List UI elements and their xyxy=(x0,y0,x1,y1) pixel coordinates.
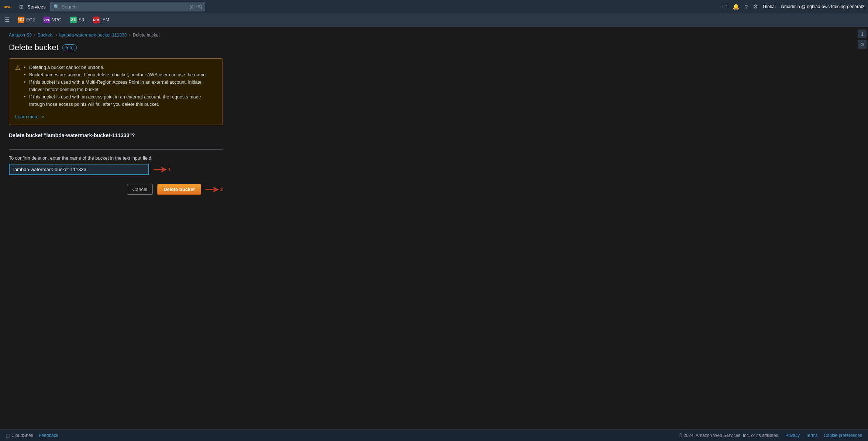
feedback-link[interactable]: Feedback xyxy=(39,433,58,438)
search-bar[interactable]: 🔍 [Alt+S] xyxy=(50,2,205,11)
cloudshell-nav-icon[interactable]: ⬚ xyxy=(722,3,727,10)
annotation-2-label: 2 xyxy=(220,187,223,192)
info-badge[interactable]: Info xyxy=(62,44,77,51)
main-content: Amazon S3 › Buckets › lambda-watermark-b… xyxy=(0,27,868,429)
annotation-2: 2 xyxy=(206,186,223,193)
breadcrumb-sep-1: › xyxy=(34,32,35,38)
ec2-badge: EC2 xyxy=(18,17,24,23)
vpc-label: VPC xyxy=(52,17,61,22)
input-section: To confirm deletion, enter the name of t… xyxy=(9,156,223,175)
actions-row: Cancel Delete bucket 2 xyxy=(9,184,223,195)
service-tab-iam[interactable]: IAM IAM xyxy=(89,15,113,25)
nav-right: ⬚ 🔔 ? ⚙ Global iamadmin @ nghiaa-aws-tra… xyxy=(722,3,864,10)
delete-confirm-section: Delete bucket "lambda-watermark-bucket-1… xyxy=(9,132,223,150)
service-tabs-bar: ☰ EC2 EC2 VPC VPC S3 S3 IAM IAM xyxy=(0,13,868,27)
s3-label: S3 xyxy=(79,17,84,22)
external-link-icon: ↗ xyxy=(41,115,44,119)
cloudshell-button[interactable]: ⬚ CloudShell xyxy=(6,433,33,438)
warning-header: ⚠ Deleting a bucket cannot be undone. Bu… xyxy=(15,64,217,111)
settings-panel-icon[interactable]: ⊙ xyxy=(858,40,867,49)
warning-item-2: Bucket names are unique. If you delete a… xyxy=(24,71,217,79)
page-title: Delete bucket xyxy=(9,43,59,52)
svg-rect-4 xyxy=(206,189,214,190)
footer-right: © 2024, Amazon Web Services, Inc. or its… xyxy=(679,433,862,438)
annotation-1-label: 1 xyxy=(168,167,171,172)
cancel-button[interactable]: Cancel xyxy=(127,184,153,195)
ec2-label: EC2 xyxy=(26,17,35,22)
breadcrumb-sep-3: › xyxy=(129,32,131,38)
annotation-arrow-2-svg xyxy=(206,186,219,193)
learn-more-link[interactable]: Learn more ↗ xyxy=(15,114,44,119)
svg-marker-1 xyxy=(161,167,167,173)
footer-cookie-link[interactable]: Cookie preferences xyxy=(824,433,862,438)
search-input[interactable] xyxy=(62,4,190,10)
svg-rect-2 xyxy=(154,169,162,170)
help-icon[interactable]: ? xyxy=(745,4,748,10)
warning-triangle-icon: ⚠ xyxy=(15,64,20,71)
breadcrumb-bucket-name[interactable]: lambda-watermark-bucket-111333 xyxy=(59,32,127,38)
delete-question: Delete bucket "lambda-watermark-bucket-1… xyxy=(9,132,223,138)
iam-badge: IAM xyxy=(93,17,100,23)
hamburger-menu[interactable]: ☰ xyxy=(4,16,10,23)
aws-logo[interactable]: aws xyxy=(4,3,14,10)
settings-icon[interactable]: ⚙ xyxy=(753,3,758,10)
annotation-1: 1 xyxy=(154,166,171,173)
warning-list: Deleting a bucket cannot be undone. Buck… xyxy=(24,64,217,108)
footer-terms-link[interactable]: Terms xyxy=(806,433,818,438)
iam-label: IAM xyxy=(101,17,109,22)
cloudshell-icon: ⬚ xyxy=(6,433,10,438)
right-sidebar: ℹ ⊙ xyxy=(856,27,868,52)
bell-icon[interactable]: 🔔 xyxy=(733,3,740,10)
search-shortcut: [Alt+S] xyxy=(190,4,202,9)
service-tab-vpc[interactable]: VPC VPC xyxy=(40,15,65,25)
breadcrumb: Amazon S3 › Buckets › lambda-watermark-b… xyxy=(9,32,859,38)
breadcrumb-s3[interactable]: Amazon S3 xyxy=(9,32,32,38)
top-navigation: aws ⊞ Services 🔍 [Alt+S] ⬚ 🔔 ? ⚙ Global … xyxy=(0,0,868,13)
page-title-row: Delete bucket Info xyxy=(9,43,859,52)
breadcrumb-sep-2: › xyxy=(56,32,57,38)
bucket-name-input-row: 1 xyxy=(9,164,223,175)
footer: ⬚ CloudShell Feedback © 2024, Amazon Web… xyxy=(0,429,868,441)
s3-badge: S3 xyxy=(70,17,77,23)
breadcrumb-current: Delete bucket xyxy=(133,32,160,38)
annotation-arrow-1-svg xyxy=(154,166,167,173)
warning-item-3: If this bucket is used with a Multi-Regi… xyxy=(24,79,217,93)
input-label: To confirm deletion, enter the name of t… xyxy=(9,156,223,161)
bucket-name-input[interactable] xyxy=(9,164,149,175)
footer-copyright: © 2024, Amazon Web Services, Inc. or its… xyxy=(679,433,779,438)
warning-box: ⚠ Deleting a bucket cannot be undone. Bu… xyxy=(9,58,223,125)
grid-icon[interactable]: ⊞ xyxy=(18,3,24,10)
delete-bucket-button[interactable]: Delete bucket xyxy=(157,184,201,195)
warning-item-1: Deleting a bucket cannot be undone. xyxy=(24,64,217,71)
svg-text:aws: aws xyxy=(4,4,11,9)
services-button[interactable]: Services xyxy=(27,4,46,10)
service-tab-ec2[interactable]: EC2 EC2 xyxy=(14,15,38,25)
footer-privacy-link[interactable]: Privacy xyxy=(785,433,800,438)
info-panel-icon[interactable]: ℹ xyxy=(858,29,867,38)
search-icon: 🔍 xyxy=(54,4,59,10)
cloudshell-label: CloudShell xyxy=(11,433,33,438)
user-menu[interactable]: iamadmin @ nghiaa-aws-training-general2 xyxy=(781,4,864,9)
vpc-badge: VPC xyxy=(44,17,50,23)
warning-item-4: If this bucket is used with an access po… xyxy=(24,93,217,108)
service-tab-s3[interactable]: S3 S3 xyxy=(66,15,88,25)
svg-marker-3 xyxy=(213,187,219,192)
breadcrumb-buckets[interactable]: Buckets xyxy=(38,32,54,38)
region-selector[interactable]: Global xyxy=(763,4,776,9)
